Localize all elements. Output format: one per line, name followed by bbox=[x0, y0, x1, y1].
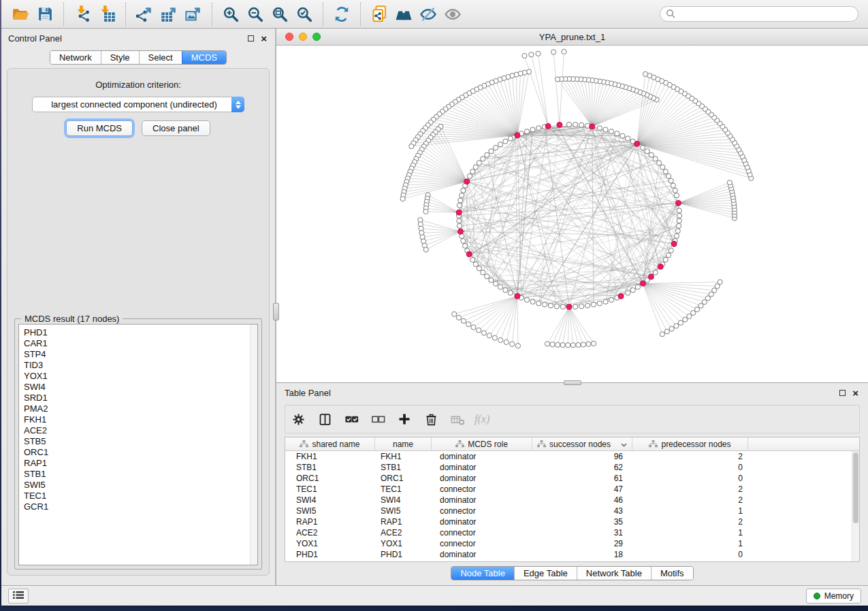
mcds-node[interactable] bbox=[675, 200, 681, 205]
network-node[interactable] bbox=[463, 244, 468, 248]
table-row[interactable]: SWI4SWI4dominator462 bbox=[285, 495, 859, 506]
network-node[interactable] bbox=[452, 312, 457, 316]
network-node[interactable] bbox=[522, 53, 527, 58]
float-table-panel-icon[interactable] bbox=[839, 390, 846, 396]
mcds-result-item[interactable]: ORC1 bbox=[24, 447, 257, 458]
network-node[interactable] bbox=[458, 198, 463, 203]
network-node[interactable] bbox=[477, 328, 481, 333]
network-node[interactable] bbox=[562, 49, 566, 54]
column-header-predecessor-nodes[interactable]: predecessor nodes bbox=[632, 437, 748, 450]
mcds-result-item[interactable]: TID3 bbox=[24, 360, 257, 371]
network-node[interactable] bbox=[566, 343, 570, 348]
mcds-result-item[interactable]: SRD1 bbox=[24, 393, 257, 403]
network-node[interactable] bbox=[503, 288, 508, 293]
network-node[interactable] bbox=[663, 169, 668, 174]
network-node[interactable] bbox=[467, 174, 472, 178]
run-mcds-button[interactable]: Run MCDS bbox=[66, 120, 133, 136]
hide-flagged-button[interactable] bbox=[416, 3, 440, 25]
mcds-node[interactable] bbox=[671, 241, 677, 246]
network-node[interactable] bbox=[487, 333, 492, 338]
network-node[interactable] bbox=[691, 310, 696, 315]
network-node[interactable] bbox=[626, 291, 630, 295]
column-header-mcds-role[interactable]: MCDS role bbox=[432, 437, 532, 450]
network-node[interactable] bbox=[666, 174, 671, 178]
network-node[interactable] bbox=[550, 342, 555, 347]
table-row[interactable]: SWI5SWI5connector431 bbox=[285, 506, 859, 516]
network-node[interactable] bbox=[727, 180, 732, 185]
network-node[interactable] bbox=[460, 193, 464, 198]
network-node[interactable] bbox=[551, 50, 556, 54]
tab-edge-table[interactable]: Edge Table bbox=[514, 567, 577, 580]
mcds-node[interactable] bbox=[634, 141, 640, 146]
network-node[interactable] bbox=[669, 248, 673, 253]
network-node[interactable] bbox=[536, 301, 541, 306]
network-node[interactable] bbox=[660, 332, 664, 337]
network-node[interactable] bbox=[677, 213, 681, 218]
network-node[interactable] bbox=[498, 284, 502, 289]
import-network-button[interactable] bbox=[70, 3, 95, 25]
network-node[interactable] bbox=[423, 247, 428, 252]
network-node[interactable] bbox=[579, 122, 584, 127]
mcds-result-item[interactable]: STB1 bbox=[24, 469, 257, 480]
network-node[interactable] bbox=[524, 297, 529, 302]
mcds-result-item[interactable]: STP4 bbox=[24, 349, 257, 360]
network-node[interactable] bbox=[498, 337, 503, 342]
network-node[interactable] bbox=[620, 133, 625, 138]
mcds-result-item[interactable]: TEC1 bbox=[24, 491, 257, 501]
network-node[interactable] bbox=[555, 77, 560, 82]
network-node[interactable] bbox=[504, 340, 509, 344]
mcds-node[interactable] bbox=[590, 124, 595, 129]
network-node[interactable] bbox=[649, 152, 654, 157]
network-node[interactable] bbox=[560, 304, 565, 309]
network-node[interactable] bbox=[669, 178, 673, 183]
optimization-criterion-select[interactable]: largest connected component (undirected) bbox=[32, 97, 244, 112]
network-node[interactable] bbox=[705, 296, 710, 301]
network-node[interactable] bbox=[674, 193, 679, 198]
table-scrollbar[interactable] bbox=[852, 451, 859, 561]
network-node[interactable] bbox=[653, 270, 658, 275]
delete-table-button[interactable] bbox=[450, 412, 465, 427]
table-row[interactable]: PHD1PHD1dominator180 bbox=[285, 549, 859, 560]
table-row[interactable]: ACE2ACE2connector311 bbox=[285, 527, 859, 538]
network-node[interactable] bbox=[643, 71, 647, 76]
export-network-button[interactable] bbox=[132, 3, 157, 25]
mcds-node[interactable] bbox=[658, 264, 663, 269]
network-node[interactable] bbox=[457, 203, 462, 208]
network-node[interactable] bbox=[456, 315, 461, 320]
tab-select[interactable]: Select bbox=[139, 51, 182, 64]
network-node[interactable] bbox=[677, 208, 681, 213]
network-node[interactable] bbox=[669, 327, 674, 331]
zoom-in-button[interactable] bbox=[219, 3, 243, 25]
network-node[interactable] bbox=[477, 266, 481, 271]
network-node[interactable] bbox=[466, 322, 471, 327]
network-node[interactable] bbox=[508, 136, 513, 141]
mcds-result-item[interactable]: SWI5 bbox=[24, 480, 257, 491]
network-node[interactable] bbox=[492, 335, 497, 340]
network-node[interactable] bbox=[660, 165, 665, 169]
network-node[interactable] bbox=[671, 183, 675, 188]
network-node[interactable] bbox=[585, 303, 590, 308]
tab-style[interactable]: Style bbox=[101, 51, 139, 64]
network-node[interactable] bbox=[461, 239, 466, 244]
network-node[interactable] bbox=[470, 169, 475, 174]
network-node[interactable] bbox=[536, 126, 541, 131]
network-node[interactable] bbox=[573, 122, 578, 127]
mcds-result-item[interactable]: GCR1 bbox=[24, 501, 257, 512]
mcds-node[interactable] bbox=[640, 281, 645, 286]
close-table-panel-icon[interactable]: × bbox=[852, 390, 858, 396]
network-node[interactable] bbox=[635, 284, 640, 289]
add-column-button[interactable] bbox=[397, 412, 412, 427]
network-node[interactable] bbox=[626, 136, 630, 141]
function-builder-button[interactable]: f(x) bbox=[477, 412, 492, 427]
network-node[interactable] bbox=[556, 342, 560, 347]
network-node[interactable] bbox=[529, 52, 534, 57]
network-node[interactable] bbox=[473, 262, 478, 267]
network-node[interactable] bbox=[457, 218, 462, 223]
task-history-button[interactable] bbox=[8, 589, 29, 604]
network-node[interactable] bbox=[630, 288, 635, 293]
network-node[interactable] bbox=[481, 156, 485, 161]
network-node[interactable] bbox=[485, 274, 489, 279]
network-node[interactable] bbox=[657, 161, 662, 165]
vertical-splitter-handle[interactable] bbox=[273, 303, 279, 320]
network-node[interactable] bbox=[554, 304, 559, 309]
